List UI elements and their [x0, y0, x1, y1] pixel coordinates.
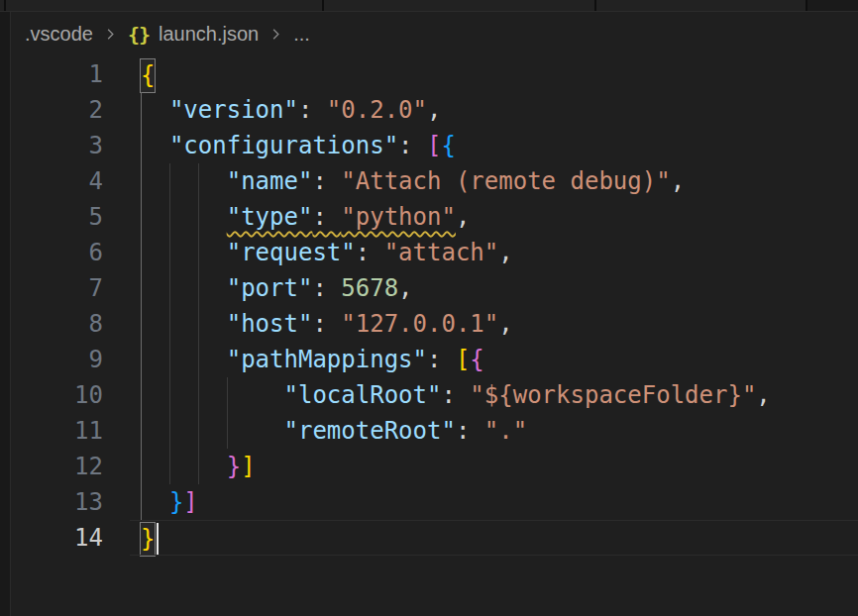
- tab-bar-empty-area: [805, 0, 858, 11]
- breadcrumb-symbol-ellipsis[interactable]: ...: [293, 23, 310, 46]
- code-token: }: [227, 453, 241, 480]
- code-token: [141, 203, 227, 231]
- code-line-text: "type": "python",: [130, 199, 470, 235]
- chevron-right-icon: [103, 27, 118, 42]
- code-token: [141, 132, 169, 159]
- code-line[interactable]: 10 "localRoot": "${workspaceFolder}",: [11, 377, 858, 413]
- code-token: ]: [183, 488, 197, 516]
- code-token: "name": [227, 167, 313, 195]
- code-token: "python": [341, 203, 456, 231]
- breadcrumb-file[interactable]: launch.json: [159, 23, 259, 46]
- code-token: ,: [398, 274, 412, 302]
- tab-bar[interactable]: [0, 0, 858, 12]
- line-number[interactable]: 11: [11, 413, 130, 449]
- code-token: ,: [671, 167, 685, 195]
- code-line-text: "version": "0.2.0",: [130, 92, 441, 128]
- active-bracket-guide: [141, 92, 142, 520]
- matched-bracket: {: [141, 59, 155, 92]
- breadcrumb-folder[interactable]: .vscode: [25, 23, 93, 46]
- code-line-text: "configurations": [{: [130, 128, 456, 163]
- code-line[interactable]: 4 "name": "Attach (remote debug)",: [11, 163, 858, 199]
- chevron-right-icon: [268, 27, 283, 42]
- line-number[interactable]: 6: [11, 235, 130, 270]
- code-token: :: [298, 96, 327, 124]
- line-number[interactable]: 2: [11, 92, 130, 128]
- code-token: :: [356, 239, 384, 266]
- indent-guide: [198, 163, 199, 484]
- current-line-highlight: [130, 520, 858, 556]
- code-token: "Attach (remote debug)": [341, 167, 670, 195]
- line-number[interactable]: 13: [11, 484, 130, 520]
- vscode-editor-window: .vscode {} launch.json ... 1{2 "version"…: [0, 0, 858, 616]
- code-line[interactable]: 2 "version": "0.2.0",: [11, 92, 858, 128]
- code-line[interactable]: 6 "request": "attach",: [11, 235, 858, 270]
- code-token: "127.0.0.1": [341, 310, 498, 338]
- indent-guide: [227, 377, 228, 449]
- code-token: [141, 274, 227, 302]
- code-token: 5678: [341, 274, 398, 302]
- code-token: }: [169, 488, 183, 516]
- line-number[interactable]: 8: [11, 306, 130, 342]
- code-line-text: "host": "127.0.0.1",: [130, 306, 513, 342]
- indent-guide: [169, 163, 170, 484]
- code-line-text: "remoteRoot": ".": [130, 413, 527, 449]
- code-token: :: [398, 132, 427, 159]
- line-number[interactable]: 3: [11, 128, 130, 163]
- code-line[interactable]: 7 "port": 5678,: [11, 270, 858, 306]
- line-number[interactable]: 9: [11, 342, 130, 377]
- code-line[interactable]: 12 }]: [11, 449, 858, 484]
- code-token: "host": [227, 310, 313, 338]
- code-token: [: [427, 132, 441, 159]
- line-number[interactable]: 14: [11, 520, 130, 556]
- code-token: "port": [227, 274, 313, 302]
- code-token: ,: [456, 203, 470, 231]
- code-token: :: [312, 274, 341, 302]
- code-line[interactable]: 13 }]: [11, 484, 858, 520]
- line-number[interactable]: 12: [11, 449, 130, 484]
- code-line-text: }]: [130, 449, 256, 484]
- code-token: ".": [484, 417, 527, 445]
- code-line[interactable]: 8 "host": "127.0.0.1",: [11, 306, 858, 342]
- line-number[interactable]: 7: [11, 270, 130, 306]
- code-token: "localRoot": [284, 381, 442, 409]
- code-line[interactable]: 9 "pathMappings": [{: [11, 342, 858, 377]
- code-token: :: [427, 346, 456, 373]
- tab-divider: [4, 0, 6, 11]
- code-token: [141, 488, 169, 516]
- code-token: [141, 381, 284, 409]
- tab-divider: [322, 0, 324, 11]
- code-token: "configurations": [169, 132, 398, 159]
- line-number[interactable]: 10: [11, 377, 130, 413]
- code-token: ,: [427, 96, 441, 124]
- code-token: "${workspaceFolder}": [470, 381, 756, 409]
- code-token: "pathMappings": [227, 346, 427, 373]
- code-token: [141, 417, 284, 445]
- code-token: [141, 310, 227, 338]
- code-token: [141, 167, 227, 195]
- editor-left-rail: [0, 12, 11, 616]
- code-line[interactable]: 5 "type": "python",: [11, 199, 858, 235]
- code-line[interactable]: 3 "configurations": [{: [11, 128, 858, 163]
- code-line-text: "request": "attach",: [130, 235, 513, 270]
- code-line[interactable]: 11 "remoteRoot": ".": [11, 413, 858, 449]
- code-token: :: [456, 417, 484, 445]
- code-lines: 1{2 "version": "0.2.0",3 "configurations…: [11, 56, 858, 556]
- code-token: "0.2.0": [327, 96, 427, 124]
- line-number[interactable]: 5: [11, 199, 130, 235]
- code-token: {: [441, 132, 455, 159]
- code-token: "remoteRoot": [284, 417, 456, 445]
- code-token: [141, 346, 227, 373]
- code-token: [141, 96, 169, 124]
- code-line[interactable]: 1{: [11, 56, 858, 92]
- code-token: "version": [169, 96, 298, 124]
- code-token: ,: [498, 310, 512, 338]
- tab-divider: [594, 0, 596, 11]
- line-number[interactable]: 1: [11, 56, 130, 92]
- code-line-text: "port": 5678,: [130, 270, 413, 306]
- code-token: [141, 453, 227, 480]
- code-editor[interactable]: 1{2 "version": "0.2.0",3 "configurations…: [11, 56, 858, 616]
- code-token: ]: [241, 453, 255, 480]
- code-token: :: [312, 203, 341, 231]
- tab-divider: [805, 0, 807, 11]
- line-number[interactable]: 4: [11, 163, 130, 199]
